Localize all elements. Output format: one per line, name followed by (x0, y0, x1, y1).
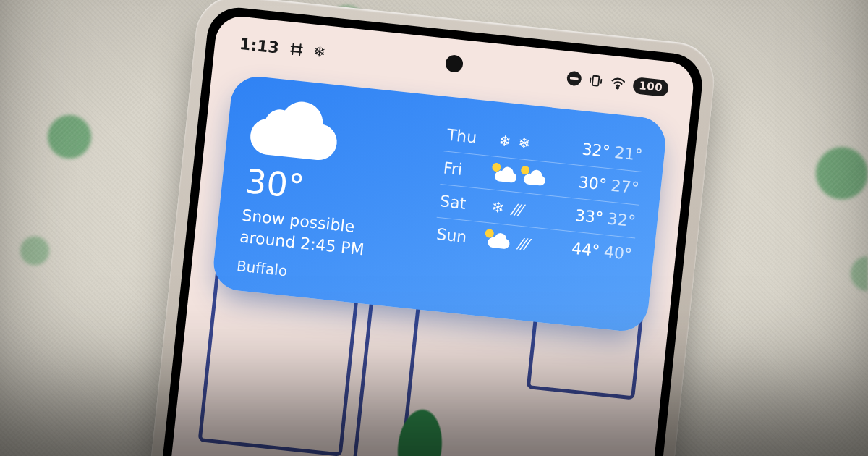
vignette (0, 0, 868, 456)
